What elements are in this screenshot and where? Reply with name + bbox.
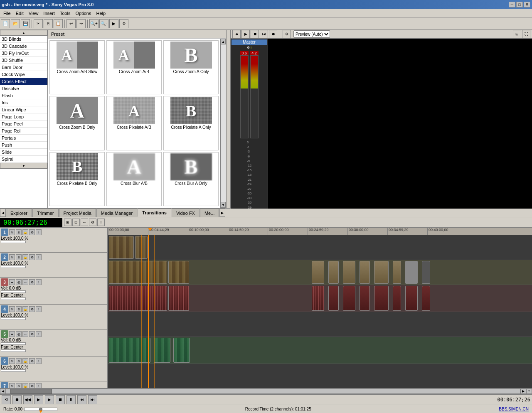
menu-help[interactable]: Help	[94, 10, 108, 17]
track4-solo[interactable]: S	[16, 306, 22, 312]
transport-go-end[interactable]: ⏭	[88, 395, 97, 404]
track1-lock[interactable]: 🔒	[22, 229, 28, 235]
preset-cross-blur-a-only[interactable]: B Cross Blur A Only	[163, 152, 219, 206]
preset-cross-blur-ab[interactable]: A Cross Blur A/B	[106, 152, 162, 206]
track1-settings[interactable]: ⚙	[29, 229, 35, 235]
clip-3-2[interactable]	[168, 286, 189, 311]
preset-cross-pixelate-ab[interactable]: A Cross Pixelate A/B	[106, 96, 162, 150]
scroll-thumb-x[interactable]	[10, 389, 52, 394]
track1-solo[interactable]: S	[16, 229, 22, 235]
menu-view[interactable]: View	[26, 10, 41, 17]
track7-lock[interactable]: 🔒	[22, 383, 28, 388]
timeline-scrollbar-x[interactable]: ◀ ▶ +	[0, 388, 532, 394]
maximize-button[interactable]: □	[516, 2, 523, 7]
transport-go-start[interactable]: ⏮	[77, 395, 86, 404]
clip-2-9[interactable]	[405, 261, 418, 284]
track5-pan-slider[interactable]	[1, 349, 26, 352]
new-button[interactable]: 📄	[1, 19, 10, 28]
tab-video-fx[interactable]: Video FX	[172, 209, 200, 217]
tl-btn-5[interactable]: !	[97, 219, 105, 226]
tab-prev[interactable]: ◀	[0, 209, 6, 217]
track1-expand[interactable]: !	[36, 229, 42, 235]
clip-3-1[interactable]	[109, 286, 167, 311]
preview-record[interactable]: ⏺	[269, 30, 277, 38]
scroll-down-btn[interactable]: ▼	[221, 202, 226, 208]
tab-media-manager[interactable]: Media Manager	[96, 209, 137, 217]
track6-lock[interactable]: 🔒	[22, 358, 28, 364]
track4-expand[interactable]: !	[36, 306, 42, 312]
tab-explorer[interactable]: Explorer	[6, 209, 32, 217]
track2-settings[interactable]: ⚙	[29, 254, 35, 260]
trans-flash[interactable]: Flash	[0, 92, 47, 99]
save-button[interactable]: 💾	[21, 19, 30, 28]
menu-insert[interactable]: Insert	[41, 10, 57, 17]
transport-record[interactable]: ⏺	[12, 395, 22, 404]
menu-tools[interactable]: Tools	[57, 10, 73, 17]
tl-btn-1[interactable]: ⊞	[64, 219, 71, 226]
trans-linear-wipe[interactable]: Linear Wipe	[0, 106, 47, 113]
list-scroll-up[interactable]: ▲	[0, 30, 47, 36]
track7-solo[interactable]: S	[16, 383, 22, 388]
menu-file[interactable]: File	[1, 10, 13, 17]
zoom-in-tl[interactable]: +	[526, 388, 532, 394]
track3-solo[interactable]: ◎	[16, 279, 22, 285]
track4-mute[interactable]: M	[9, 306, 15, 312]
preview-rewind[interactable]: ⏮	[232, 30, 241, 38]
undo-button[interactable]: ↩	[66, 19, 76, 28]
tab-trimmer[interactable]: Trimmer	[32, 209, 59, 217]
close-button[interactable]: ✕	[524, 2, 530, 7]
trans-clock-wipe[interactable]: Clock Wipe	[0, 71, 47, 78]
clip-1-2[interactable]	[135, 236, 148, 259]
minimize-button[interactable]: ─	[509, 2, 515, 7]
clip-2-8[interactable]	[393, 261, 401, 284]
master-mute[interactable]: !	[251, 46, 251, 49]
track7-mute[interactable]: M	[9, 383, 15, 388]
trans-push[interactable]: Push	[0, 142, 47, 149]
clip-2-4[interactable]	[328, 261, 339, 284]
transport-pause[interactable]: ⏸	[66, 395, 76, 404]
preview-ff[interactable]: ⏭	[260, 30, 268, 38]
clip-5-2[interactable]	[154, 338, 170, 363]
preset-scrollbar[interactable]: ▲ ▼	[220, 39, 226, 208]
cut-button[interactable]: ✂	[34, 19, 43, 28]
track3-expand[interactable]: !	[36, 279, 42, 285]
preview-settings[interactable]: ⚙	[283, 30, 291, 38]
tl-btn-4[interactable]: ⚙	[89, 219, 96, 226]
open-button[interactable]: 📂	[11, 19, 20, 28]
scroll-right-btn[interactable]: ▶	[520, 388, 526, 394]
clip-1-1[interactable]	[109, 236, 134, 259]
copy-button[interactable]: ⎘	[44, 19, 53, 28]
trans-cross-effect[interactable]: Cross Effect	[0, 78, 47, 85]
clip-3-5[interactable]	[343, 286, 355, 311]
track5-fx[interactable]: ↔	[22, 331, 28, 337]
preview-fullscreen[interactable]: ⛶	[522, 30, 530, 38]
transport-play[interactable]: ▶	[34, 395, 43, 404]
clip-5-1[interactable]	[109, 338, 150, 363]
track1-mute[interactable]: M	[9, 229, 15, 235]
preset-cross-zoom-b-only[interactable]: A Cross Zoom B Only	[49, 96, 105, 150]
render-button[interactable]: ▶	[109, 19, 118, 28]
track5-mute[interactable]: ●	[9, 331, 15, 337]
trans-3d-cascade[interactable]: 3D Cascade	[0, 43, 47, 50]
preset-cross-pixelate-a-only[interactable]: B Cross Pixelate A Only	[163, 96, 219, 150]
timeline-ruler[interactable]: 00:00:03;00 00:04:44;29 00:10:00;00 00:1…	[108, 228, 532, 235]
clip-2-2[interactable]	[168, 261, 189, 284]
master-settings[interactable]: ⚙	[247, 46, 250, 49]
trans-3d-shuffle[interactable]: 3D Shuffle	[0, 57, 47, 64]
properties-button[interactable]: ⚙	[119, 19, 128, 28]
transport-play-alt[interactable]: ▶	[45, 395, 54, 404]
clip-3-6[interactable]	[360, 286, 370, 311]
track3-settings[interactable]: ⚙	[29, 279, 35, 285]
preset-cross-zoom-ab[interactable]: A Cross Zoom A/B	[106, 40, 162, 94]
trans-spiral[interactable]: Spiral	[0, 156, 47, 163]
clip-2-10[interactable]	[422, 261, 430, 284]
tab-project-media[interactable]: Project Media	[59, 209, 96, 217]
preview-stop[interactable]: ⏹	[251, 30, 259, 38]
track4-settings[interactable]: ⚙	[29, 306, 35, 312]
track7-expand[interactable]: !	[36, 383, 42, 388]
track3-pan-slider[interactable]	[1, 297, 26, 300]
track2-slider[interactable]	[1, 266, 26, 268]
clip-2-1[interactable]	[109, 261, 167, 284]
track6-expand[interactable]: !	[36, 358, 42, 364]
trans-dissolve[interactable]: Dissolve	[0, 85, 47, 92]
